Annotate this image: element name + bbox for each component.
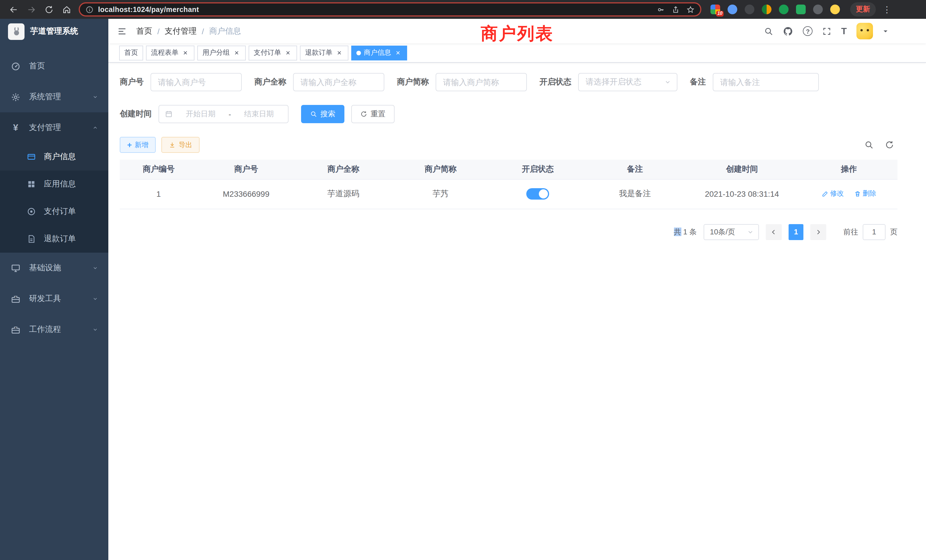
close-icon[interactable]: × (233, 49, 241, 57)
sidebar-item-home[interactable]: 首页 (0, 51, 108, 82)
github-icon[interactable] (783, 26, 793, 36)
extension-icon-4[interactable] (762, 5, 772, 14)
remark-input[interactable] (713, 73, 819, 91)
status-toggle[interactable] (526, 188, 549, 200)
breadcrumb-home[interactable]: 首页 (136, 26, 152, 36)
omnibox-actions (657, 5, 694, 14)
text-size-icon[interactable]: T (841, 26, 847, 36)
breadcrumb: 首页 / 支付管理 / 商户信息 (136, 26, 241, 36)
close-icon[interactable]: × (181, 49, 189, 57)
password-key-icon[interactable] (657, 5, 665, 14)
sidebar-item-label: 支付订单 (44, 206, 76, 217)
status-select[interactable]: 请选择开启状态 (578, 73, 677, 91)
merchant-no-input[interactable] (151, 73, 242, 91)
annotation-merchant-list: 商户列表 (481, 22, 554, 45)
export-button[interactable]: 导出 (161, 137, 200, 153)
breadcrumb-current: 商户信息 (209, 26, 241, 36)
site-info-icon[interactable] (86, 5, 94, 14)
date-range-picker[interactable]: 开始日期 - 结束日期 (159, 105, 289, 123)
reset-button[interactable]: 重置 (351, 105, 395, 123)
sidebar-item-refund-orders[interactable]: 退款订单 (0, 225, 108, 253)
app-title: 芋道管理系统 (30, 26, 78, 36)
full-name-input[interactable] (293, 73, 384, 91)
sidebar-item-merchant-info[interactable]: 商户信息 (0, 143, 108, 171)
browser-reload-icon[interactable] (41, 2, 56, 17)
cell-merchant-id: 1 (120, 179, 198, 209)
hamburger-icon[interactable] (117, 26, 127, 36)
tab-merchant-info[interactable]: 商户信息 × (351, 45, 407, 60)
filter-label: 商户简称 (397, 77, 429, 87)
yen-icon: ¥ (11, 123, 21, 133)
search-button-label: 搜索 (321, 109, 335, 119)
sidebar-item-system[interactable]: 系统管理 (0, 82, 108, 112)
browser-home-icon[interactable] (59, 2, 74, 17)
breadcrumb-separator: / (157, 27, 160, 36)
tab-user-group[interactable]: 用户分组 × (197, 45, 246, 60)
chevron-down-icon (664, 79, 671, 86)
table-row: 1 M233666999 芋道源码 芋艿 我是备注 2021-10-23 08:… (120, 179, 897, 209)
refresh-table-icon[interactable] (885, 140, 894, 150)
tab-label: 用户分组 (203, 48, 230, 58)
tab-process-form[interactable]: 流程表单 × (146, 45, 194, 60)
date-end-placeholder: 结束日期 (236, 109, 282, 119)
extension-icon-5[interactable] (779, 5, 788, 14)
page-size-select[interactable]: 10条/页 (704, 224, 759, 240)
extension-icon-1[interactable]: 10 (710, 5, 720, 14)
sidebar-item-label: 支付管理 (29, 123, 61, 133)
search-icon[interactable] (764, 27, 773, 36)
sidebar-item-label: 研发工具 (29, 294, 61, 304)
short-name-input[interactable] (436, 73, 527, 91)
search-button[interactable]: 搜索 (301, 105, 344, 123)
delete-link[interactable]: 删除 (854, 189, 876, 199)
sidebar-item-payment[interactable]: ¥ 支付管理 (0, 112, 108, 143)
avatar-caret-icon[interactable] (883, 28, 888, 34)
tab-refund-orders[interactable]: 退款订单 × (300, 45, 348, 60)
cell-full-name: 芋道源码 (295, 179, 392, 209)
close-icon[interactable]: × (335, 49, 343, 57)
sidebar-item-app-info[interactable]: 应用信息 (0, 171, 108, 198)
calendar-icon (165, 110, 173, 118)
chevron-right-icon (815, 229, 822, 235)
add-button[interactable]: + 新增 (120, 137, 156, 153)
page-number-1[interactable]: 1 (788, 224, 803, 240)
extension-icon-8[interactable] (830, 5, 840, 14)
sidebar-item-infrastructure[interactable]: 基础设施 (0, 253, 108, 283)
target-icon (27, 207, 36, 216)
goto-unit: 页 (890, 227, 897, 237)
show-search-icon[interactable] (864, 140, 873, 150)
tab-pay-orders[interactable]: 支付订单 × (249, 45, 297, 60)
browser-menu-icon[interactable]: ⋮ (883, 5, 891, 14)
document-icon (27, 235, 36, 244)
share-icon[interactable] (672, 5, 680, 14)
right-toolbar (864, 140, 897, 150)
close-icon[interactable]: × (394, 49, 402, 57)
sidebar-item-pay-orders[interactable]: 支付订单 (0, 198, 108, 225)
address-bar[interactable]: localhost:1024/pay/merchant (79, 2, 701, 17)
credit-card-icon (27, 152, 36, 161)
extension-icon-3[interactable] (745, 5, 754, 14)
help-icon[interactable]: ? (803, 26, 813, 36)
sidebar-item-dev-tools[interactable]: 研发工具 (0, 283, 108, 314)
goto-page-input[interactable] (863, 224, 885, 240)
extension-icon-7[interactable] (813, 5, 823, 14)
close-icon[interactable]: × (284, 49, 292, 57)
browser-update-button[interactable]: 更新 (850, 2, 876, 17)
extension-icon-2[interactable] (728, 5, 737, 14)
bookmark-star-icon[interactable] (687, 5, 694, 14)
breadcrumb-payment[interactable]: 支付管理 (165, 26, 197, 36)
edit-link[interactable]: 修改 (822, 189, 844, 199)
sidebar-logo[interactable]: 芋道管理系统 (0, 19, 108, 44)
fullscreen-icon[interactable] (822, 27, 831, 36)
tab-home[interactable]: 首页 (119, 45, 143, 60)
browser-forward-icon[interactable] (23, 2, 39, 17)
next-page-button[interactable] (810, 224, 826, 240)
sidebar-item-workflow[interactable]: 工作流程 (0, 314, 108, 345)
sidebar-item-label: 基础设施 (29, 263, 61, 273)
browser-toolbar: localhost:1024/pay/merchant 10 更新 ⋮ (0, 0, 926, 19)
browser-back-icon[interactable] (6, 2, 21, 17)
user-avatar[interactable] (856, 23, 873, 39)
sidebar-item-label: 工作流程 (29, 324, 61, 335)
extension-icon-6[interactable] (796, 5, 806, 14)
prev-page-button[interactable] (766, 224, 782, 240)
sidebar-item-label: 首页 (29, 61, 45, 71)
